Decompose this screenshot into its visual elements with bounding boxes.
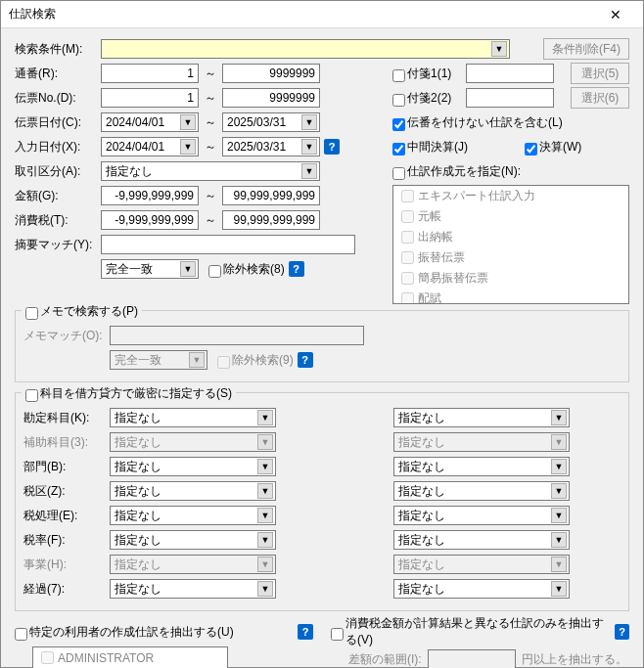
label-diff-suffix: 円以上を抽出する。 xyxy=(522,651,627,668)
fusen2-combo[interactable] xyxy=(466,88,554,108)
matchtype1-combo[interactable]: 完全一致▼ xyxy=(101,259,199,279)
strict-label-4: 税処理(E): xyxy=(23,508,110,524)
label-finalsettle: 決算(W) xyxy=(539,139,581,156)
strict-right-combo-2[interactable]: 指定なし▼ xyxy=(393,457,570,476)
seq-from-input[interactable] xyxy=(101,64,199,83)
strict-right-combo-5[interactable]: 指定なし▼ xyxy=(393,530,570,550)
memo-search-checkbox[interactable] xyxy=(25,307,38,320)
label-amount: 金額(G): xyxy=(15,188,101,204)
specify-source-checkbox[interactable] xyxy=(392,167,405,180)
help-icon[interactable]: ? xyxy=(324,139,340,155)
label-search-cond: 検索条件(M): xyxy=(15,41,101,58)
strict-right-combo-6: 指定なし▼ xyxy=(393,555,570,574)
slipno-from-input[interactable] xyxy=(101,88,199,108)
tradetype-combo[interactable]: 指定なし▼ xyxy=(101,161,320,181)
help-icon[interactable]: ? xyxy=(298,352,313,368)
summarymatch-input[interactable] xyxy=(101,235,355,254)
strict-left-combo-3[interactable]: 指定なし▼ xyxy=(110,481,276,501)
help-icon[interactable]: ? xyxy=(615,624,629,640)
select6-button: 選択(6) xyxy=(571,87,629,109)
fusen2-checkbox[interactable] xyxy=(392,94,405,107)
label-specify-source: 仕訳作成元を指定(N): xyxy=(407,163,521,180)
finalsettle-checkbox[interactable] xyxy=(525,143,537,156)
label-tradetype: 取引区分(A): xyxy=(15,163,101,180)
label-summarymatch: 摘要マッチ(Y): xyxy=(15,237,101,253)
tax-from-input[interactable] xyxy=(101,210,199,230)
strict-label-2: 部門(B): xyxy=(23,459,110,475)
strict-left-combo-4[interactable]: 指定なし▼ xyxy=(110,506,276,525)
strict-checkbox[interactable] xyxy=(25,389,38,402)
label-fusen2: 付箋2(2) xyxy=(407,90,466,107)
strict-left-combo-0[interactable]: 指定なし▼ xyxy=(110,408,276,427)
label-tax-diff: 消費税金額が計算結果と異なる仕訳のみを抽出する(V) xyxy=(345,615,611,648)
label-seq: 通番(R): xyxy=(15,66,101,82)
search-cond-combo[interactable]: ▼ xyxy=(101,39,510,59)
strict-label-6: 事業(H): xyxy=(23,557,110,573)
inputdate-from-combo[interactable]: 2024/04/01▼ xyxy=(101,137,199,156)
select5-button: 選択(5) xyxy=(571,63,629,84)
diff-range-input xyxy=(428,649,516,668)
label-specify-user: 特定の利用者の作成仕訳を抽出する(U) xyxy=(29,624,234,641)
seq-to-input[interactable] xyxy=(222,64,320,83)
help-icon[interactable]: ? xyxy=(289,261,304,277)
source-listbox[interactable]: エキスパート仕訳入力 元帳 出納帳 振替伝票 簡易振替伝票 配賦 仕訳データ受入 xyxy=(392,185,629,304)
interim-checkbox[interactable] xyxy=(392,143,405,156)
label-diff-range: 差額の範囲(I): xyxy=(348,651,422,668)
label-memomatch: メモマッチ(O): xyxy=(23,328,110,344)
label-exclude8: 除外検索(8) xyxy=(223,261,285,278)
label-slipdate: 伝票日付(C): xyxy=(15,114,101,131)
amount-from-input[interactable] xyxy=(101,186,199,205)
strict-label-0: 勘定科目(K): xyxy=(23,410,110,426)
strict-right-combo-1: 指定なし▼ xyxy=(393,432,570,452)
label-tax: 消費税(T): xyxy=(15,212,101,229)
user-listbox[interactable]: ADMINISTRATOR xyxy=(32,646,228,668)
strict-right-combo-4[interactable]: 指定なし▼ xyxy=(393,506,570,525)
strict-left-combo-5[interactable]: 指定なし▼ xyxy=(110,530,276,550)
fusen1-combo[interactable] xyxy=(466,64,554,83)
slipdate-from-combo[interactable]: 2024/04/01▼ xyxy=(101,112,199,132)
legend-strict: 科目を借方貸方で厳密に指定する(S) xyxy=(40,385,232,402)
strict-left-combo-7[interactable]: 指定なし▼ xyxy=(110,579,276,599)
memomatch-input xyxy=(110,326,364,345)
condition-delete-button: 条件削除(F4) xyxy=(543,38,629,60)
label-fusen1: 付箋1(1) xyxy=(407,66,466,82)
strict-right-combo-3[interactable]: 指定なし▼ xyxy=(393,481,570,501)
help-icon[interactable]: ? xyxy=(298,624,313,640)
exclude8-checkbox[interactable] xyxy=(208,265,221,278)
exclude9-checkbox xyxy=(217,356,230,369)
amount-to-input[interactable] xyxy=(222,186,320,205)
strict-label-5: 税率(F): xyxy=(23,532,110,549)
close-icon[interactable]: ✕ xyxy=(596,2,635,27)
tax-to-input[interactable] xyxy=(222,210,320,230)
strict-left-combo-1: 指定なし▼ xyxy=(110,432,276,452)
strict-right-combo-7[interactable]: 指定なし▼ xyxy=(393,579,570,599)
strict-right-combo-0[interactable]: 指定なし▼ xyxy=(393,408,570,427)
titlebar: 仕訳検索 ✕ xyxy=(1,1,643,28)
window-title: 仕訳検索 xyxy=(9,6,596,22)
strict-left-combo-6: 指定なし▼ xyxy=(110,555,276,574)
fusen1-checkbox[interactable] xyxy=(392,69,405,82)
strict-left-combo-2[interactable]: 指定なし▼ xyxy=(110,457,276,476)
strict-label-7: 経過(7): xyxy=(23,581,110,598)
label-include-noslip: 伝番を付けない仕訳を含む(L) xyxy=(407,114,563,131)
slipdate-to-combo[interactable]: 2025/03/31▼ xyxy=(222,112,320,132)
tax-diff-checkbox[interactable] xyxy=(331,628,344,641)
legend-memo: メモで検索する(P) xyxy=(40,303,138,320)
label-slipno: 伝票No.(D): xyxy=(15,90,101,107)
label-exclude9: 除外検索(9) xyxy=(232,352,294,369)
chevron-down-icon[interactable]: ▼ xyxy=(491,41,507,57)
include-noslip-checkbox[interactable] xyxy=(392,118,405,131)
specify-user-checkbox[interactable] xyxy=(15,628,27,641)
matchtype2-combo: 完全一致▼ xyxy=(110,350,207,370)
slipno-to-input[interactable] xyxy=(222,88,320,108)
label-interim: 中間決算(J) xyxy=(407,139,525,156)
strict-label-1: 補助科目(3): xyxy=(23,434,110,451)
label-inputdate: 入力日付(X): xyxy=(15,139,101,156)
inputdate-to-combo[interactable]: 2025/03/31▼ xyxy=(222,137,320,156)
strict-label-3: 税区(Z): xyxy=(23,483,110,500)
